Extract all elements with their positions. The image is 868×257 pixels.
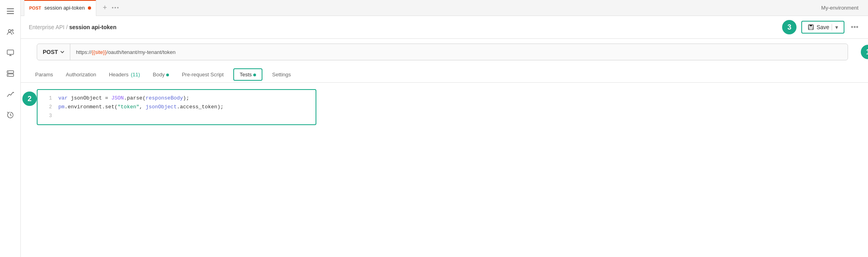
svg-point-8 bbox=[8, 72, 9, 72]
sidebar bbox=[0, 0, 21, 257]
save-chevron-icon[interactable]: ▾ bbox=[832, 24, 838, 30]
tab-bar: POST session api-token + ••• My-environm… bbox=[21, 0, 868, 16]
step-2-badge: 2 bbox=[22, 92, 37, 106]
method-chevron-icon bbox=[60, 51, 64, 53]
people-icon[interactable] bbox=[4, 26, 17, 38]
svg-point-4 bbox=[12, 30, 13, 31]
body-dot bbox=[166, 74, 169, 76]
code-body-1: var jsonObject = JSON.parse(responseBody… bbox=[58, 94, 311, 103]
main-content: POST session api-token + ••• My-environm… bbox=[21, 0, 868, 257]
line-number-3: 3 bbox=[42, 112, 52, 120]
menu-icon[interactable] bbox=[4, 5, 17, 18]
svg-rect-11 bbox=[810, 25, 812, 26]
tab-body[interactable]: Body bbox=[147, 68, 176, 82]
plus-icon: + bbox=[103, 4, 107, 12]
tab-settings[interactable]: Settings bbox=[266, 68, 297, 82]
monitor-icon[interactable] bbox=[4, 46, 17, 59]
header-actions: 3 Save ▾ ••• bbox=[782, 20, 860, 34]
tests-dot bbox=[253, 74, 256, 76]
url-template-var: {{site}} bbox=[91, 49, 107, 55]
code-editor[interactable]: 1 var jsonObject = JSON.parse(responseBo… bbox=[37, 89, 316, 125]
code-line-2: 2 pm.environment.set("token", jsonObject… bbox=[38, 103, 316, 112]
tab-pre-request[interactable]: Pre-request Script bbox=[175, 68, 230, 82]
method-dropdown[interactable]: POST bbox=[37, 44, 70, 60]
new-tab-button[interactable]: + ••• bbox=[98, 4, 124, 12]
tab-title: session api-token bbox=[44, 5, 85, 11]
active-tab[interactable]: POST session api-token bbox=[24, 0, 96, 16]
keyword-var: var bbox=[58, 95, 71, 101]
save-label: Save bbox=[816, 24, 829, 30]
request-tabs: Params Authorization Headers (11) Body P… bbox=[21, 67, 868, 83]
breadcrumb-parent: Enterprise API bbox=[29, 24, 65, 30]
request-header: Enterprise API / session api-token 3 Sav… bbox=[21, 16, 868, 39]
code-body-2: pm.environment.set("token", jsonObject.a… bbox=[58, 103, 311, 112]
line-number-1: 1 bbox=[42, 94, 52, 102]
method-label: POST bbox=[43, 49, 58, 55]
svg-point-9 bbox=[8, 75, 9, 76]
url-suffix: /oauth/tenant/my-tenant/token bbox=[107, 49, 176, 55]
save-button[interactable]: Save ▾ bbox=[801, 21, 844, 34]
svg-point-3 bbox=[8, 30, 11, 32]
svg-rect-0 bbox=[7, 8, 14, 9]
step-1-badge: 1 bbox=[861, 45, 868, 59]
url-bar: POST https://{{site}}/oauth/tenant/my-te… bbox=[37, 44, 848, 60]
url-prefix: https:// bbox=[76, 49, 91, 55]
tab-authorization[interactable]: Authorization bbox=[60, 68, 103, 82]
svg-rect-12 bbox=[809, 28, 812, 30]
environment-label[interactable]: My-environment bbox=[815, 5, 865, 11]
tab-unsaved-dot bbox=[88, 6, 91, 10]
breadcrumb-current: session api-token bbox=[69, 24, 116, 30]
header-more-button[interactable]: ••• bbox=[849, 22, 860, 33]
breadcrumb: Enterprise API / session api-token bbox=[29, 24, 116, 30]
code-line-1: 1 var jsonObject = JSON.parse(responseBo… bbox=[38, 94, 316, 103]
url-input[interactable]: https://{{site}}/oauth/tenant/my-tenant/… bbox=[70, 49, 848, 55]
headers-count: (11) bbox=[131, 72, 140, 78]
svg-rect-5 bbox=[7, 50, 14, 54]
chart-icon[interactable] bbox=[4, 88, 17, 101]
tab-params[interactable]: Params bbox=[29, 68, 60, 82]
save-icon bbox=[808, 24, 814, 30]
code-line-3: 3 bbox=[38, 112, 316, 120]
step-3-badge: 3 bbox=[782, 20, 796, 34]
breadcrumb-separator: / bbox=[66, 24, 69, 30]
tab-method: POST bbox=[29, 6, 41, 10]
editor-area: 2 1 var jsonObject = JSON.parse(response… bbox=[21, 83, 868, 257]
history-icon[interactable] bbox=[4, 109, 17, 122]
server-icon[interactable] bbox=[4, 67, 17, 80]
line-number-2: 2 bbox=[42, 103, 52, 111]
tab-more-icon: ••• bbox=[112, 5, 120, 11]
tab-headers[interactable]: Headers (11) bbox=[103, 68, 147, 82]
svg-rect-2 bbox=[7, 13, 14, 14]
tab-tests[interactable]: Tests bbox=[233, 68, 262, 81]
svg-rect-1 bbox=[7, 11, 14, 12]
